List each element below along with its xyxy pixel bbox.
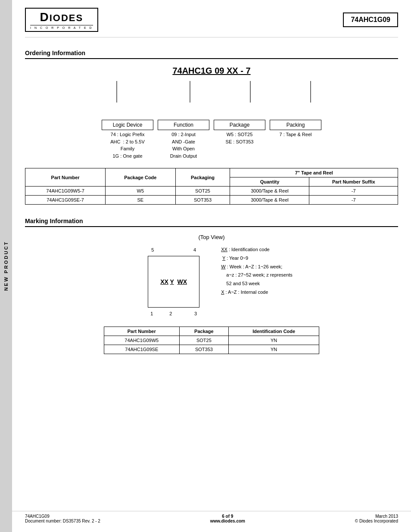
- footer-part-number: 74AHC1G09: [25, 514, 100, 519]
- header-part-number: 74AHC1G09: [343, 12, 398, 27]
- header: DIODES I N C O R P O R A T E D 74AHC1G09: [25, 0, 398, 37]
- marking-row2-code: YN: [229, 345, 319, 354]
- function-desc: 09 : 2-InputAND -GateWith OpenDrain Outp…: [158, 131, 209, 159]
- row1-part: 74AHC1G09W5-7: [25, 187, 106, 196]
- desc-x: X : A~Z : Internal code: [221, 288, 293, 297]
- row1-qty: 3000/Tape & Reel: [230, 187, 309, 196]
- pin5-label: 5: [151, 247, 154, 252]
- chip-text: XX Y WX: [160, 278, 187, 285]
- row1-suffix: -7: [309, 187, 398, 196]
- pin3-label: 3: [194, 311, 197, 316]
- marking-section-title: Marking Information: [25, 218, 398, 227]
- row2-part: 74AHC1G09SE-7: [25, 196, 106, 205]
- footer-doc-number: Document number: DS35735 Rev. 2 - 2: [25, 519, 100, 523]
- part-string: 74AHC1G 09 XX - 7: [172, 66, 250, 76]
- row2-qty: 3000/Tape & Reel: [230, 196, 309, 205]
- ordering-desc-row: 74 : Logic PrefixAHC : 2 to 5.5VFamily1G…: [25, 131, 398, 159]
- col-part-number: Part Number: [25, 168, 106, 187]
- marking-row: 74AHC1G09W5 SOT25 YN: [104, 336, 319, 345]
- desc-w-cont2: 52 and 53 week: [221, 280, 293, 288]
- marking-row2-part: 74AHC1G09SE: [104, 345, 180, 354]
- pin2-label: 2: [169, 311, 172, 316]
- marking-section: Marking Information (Top View) 5 4 XX Y …: [25, 218, 398, 354]
- row2-packaging: SOT353: [175, 196, 230, 205]
- row1-pkg-code: W5: [106, 187, 175, 196]
- marking-row2-pkg: SOT353: [179, 345, 229, 354]
- sidebar: NEW PRODUCT: [0, 0, 12, 532]
- marking-col-package: Package: [179, 327, 229, 336]
- col-package-code: Package Code: [106, 168, 175, 187]
- ordering-section-title: Ordering Information: [25, 50, 398, 59]
- pin4-label: 4: [193, 247, 196, 252]
- package-desc: W5 : SOT25SE : SOT353: [214, 131, 265, 159]
- packing-box: Packing: [270, 120, 321, 130]
- function-box: Function: [158, 120, 209, 130]
- row1-packaging: SOT25: [175, 187, 230, 196]
- desc-y: Y : Year 0~9: [221, 254, 293, 263]
- footer: 74AHC1G09 Document number: DS35735 Rev. …: [12, 511, 411, 523]
- ordering-table: Part Number Package Code Packaging 7" Ta…: [25, 168, 398, 205]
- sidebar-label: NEW PRODUCT: [3, 241, 9, 291]
- desc-w: W : Week : A~Z : 1~26 week;: [221, 263, 293, 271]
- marking-row: 74AHC1G09SE SOT353 YN: [104, 345, 319, 354]
- col-tape-reel: 7" Tape and Reel: [230, 168, 398, 177]
- footer-right: March 2013 © Diodes Incorporated: [355, 514, 398, 523]
- footer-website: www.diodes.com: [210, 519, 245, 523]
- footer-page: 6 of 9: [210, 514, 245, 519]
- logic-device-box: Logic Device: [102, 120, 153, 130]
- footer-center: 6 of 9 www.diodes.com: [210, 514, 245, 523]
- table-row: 74AHC1G09SE-7 SE SOT353 3000/Tape & Reel…: [25, 196, 398, 205]
- ordering-diagram: 74AHC1G 09 XX - 7 Logic Device Fu: [25, 66, 398, 159]
- footer-left: 74AHC1G09 Document number: DS35735 Rev. …: [25, 514, 100, 523]
- logo-box: DIODES I N C O R P O R A T E D: [25, 8, 98, 32]
- footer-date: March 2013: [355, 514, 398, 519]
- top-view-label: (Top View): [25, 234, 398, 240]
- marking-row1-code: YN: [229, 336, 319, 345]
- marking-row1-pkg: SOT25: [179, 336, 229, 345]
- col-suffix: Part Number Suffix: [309, 177, 398, 187]
- marking-table: Part Number Package Identification Code …: [104, 327, 319, 354]
- logo-incorporated: I N C O R P O R A T E D: [30, 26, 93, 29]
- main-content: DIODES I N C O R P O R A T E D 74AHC1G09…: [12, 0, 411, 354]
- desc-xx: XX : Identification code: [221, 246, 293, 254]
- package-box: Package: [214, 120, 265, 130]
- table-row: 74AHC1G09W5-7 W5 SOT25 3000/Tape & Reel …: [25, 187, 398, 196]
- logic-device-desc: 74 : Logic PrefixAHC : 2 to 5.5VFamily1G…: [102, 131, 153, 159]
- marking-desc: XX : Identification code Y : Year 0~9 W …: [221, 246, 293, 297]
- logo-diodes: DIODES: [40, 10, 83, 24]
- marking-row1-part: 74AHC1G09W5: [104, 336, 180, 345]
- ordering-boxes-row: Logic Device Function Package Packing: [25, 120, 398, 130]
- row2-pkg-code: SE: [106, 196, 175, 205]
- pin1-label: 1: [150, 311, 153, 316]
- marking-col-id-code: Identification Code: [229, 327, 319, 336]
- col-packaging: Packaging: [175, 168, 230, 187]
- desc-w-cont1: a~z : 27~52 week; z represents: [221, 271, 293, 280]
- bracket-lines-svg: [65, 81, 358, 107]
- chip-body: XX Y WX: [148, 256, 199, 308]
- row2-suffix: -7: [309, 196, 398, 205]
- marking-content: 5 4 XX Y WX 1 2 3 XX : Identification co…: [25, 246, 398, 318]
- logo-area: DIODES I N C O R P O R A T E D: [25, 8, 98, 32]
- packing-desc: 7 : Tape & Reel: [270, 131, 321, 159]
- marking-col-part: Part Number: [104, 327, 180, 336]
- col-quantity: Quantity: [230, 177, 309, 187]
- footer-copyright: © Diodes Incorporated: [355, 519, 398, 523]
